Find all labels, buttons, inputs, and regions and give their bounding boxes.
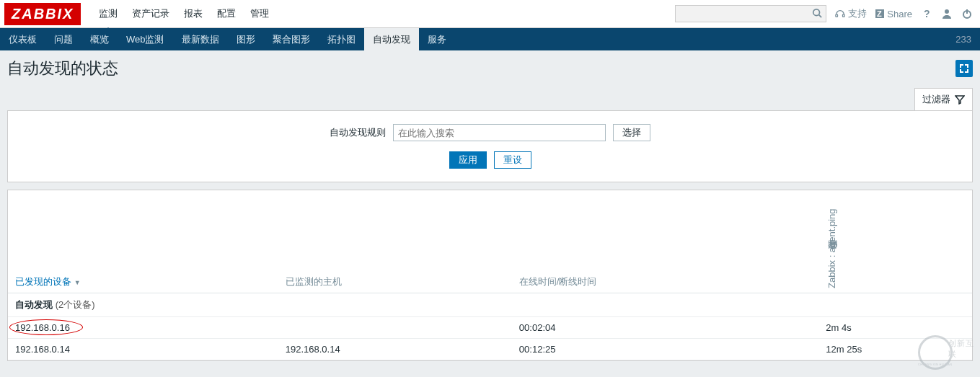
nav-monitoring[interactable]: 监测 (92, 0, 125, 27)
select-button[interactable]: 选择 (613, 124, 650, 141)
th-discovered[interactable]: 已发现的设备 ▼ (8, 190, 278, 293)
filter-toggle-label: 过滤器 (922, 93, 950, 106)
th-service-label: Zabbix 客户端: agent.ping (826, 195, 839, 288)
svg-point-7 (945, 9, 949, 14)
row-time: 00:02:04 (512, 317, 818, 339)
nav-reports[interactable]: 报表 (177, 0, 210, 27)
filter-rule-row: 自动发现规则 选择 (330, 124, 650, 141)
row-ip[interactable]: 192.168.0.16 (15, 322, 70, 333)
svg-text:?: ? (924, 8, 930, 19)
row-service: 12m 25s (818, 339, 972, 360)
reset-button[interactable]: 重设 (494, 151, 531, 169)
subnav-dashboard[interactable]: 仪表板 (0, 28, 45, 50)
table-header-row: 已发现的设备 ▼ 已监测的主机 在线时间/断线时间 Zabbix 客户端: ag… (8, 190, 972, 293)
fullscreen-button[interactable] (955, 60, 973, 77)
share-link[interactable]: Z Share (875, 9, 912, 19)
subnav-screens[interactable]: 聚合图形 (264, 28, 319, 50)
apply-button[interactable]: 应用 (449, 151, 487, 169)
logo[interactable]: ZABBIX (4, 3, 81, 25)
th-monitored: 已监测的主机 (278, 190, 512, 293)
user-icon[interactable] (941, 8, 953, 19)
group-count: (2个设备) (56, 299, 95, 310)
subnav-counter: 233 (947, 28, 980, 50)
top-nav-items: 监测 资产记录 报表 配置 管理 (92, 0, 675, 27)
table-row: 192.168.0.16 00:02:04 2m 4s (8, 317, 972, 339)
row-host (278, 317, 512, 339)
sort-desc-icon: ▼ (74, 279, 81, 286)
page-title: 自动发现的状态 (7, 58, 118, 79)
group-name: 自动发现 (15, 299, 53, 310)
subnav-services[interactable]: 服务 (419, 28, 455, 50)
filter-panel: 自动发现规则 选择 应用 重设 (7, 110, 973, 182)
nav-configuration[interactable]: 配置 (210, 0, 243, 27)
filter-rule-input[interactable] (393, 124, 606, 141)
filter-toggle[interactable]: 过滤器 (914, 88, 973, 110)
svg-text:Z: Z (877, 9, 882, 18)
table-row: 192.168.0.14 192.168.0.14 00:12:25 12m 2… (8, 339, 972, 360)
row-time: 00:12:25 (512, 339, 818, 360)
filter-icon (955, 94, 965, 105)
table-container: 已发现的设备 ▼ 已监测的主机 在线时间/断线时间 Zabbix 客户端: ag… (7, 190, 973, 361)
row-ip[interactable]: 192.168.0.14 (8, 339, 278, 360)
subnav-web[interactable]: Web监测 (118, 28, 173, 50)
logout-icon[interactable] (961, 8, 973, 19)
table-group-row: 自动发现 (2个设备) (8, 293, 972, 317)
top-right: 支持 Z Share ? (675, 5, 973, 22)
support-label: 支持 (848, 7, 867, 20)
sub-nav: 仪表板 问题 概览 Web监测 最新数据 图形 聚合图形 拓扑图 自动发现 服务… (0, 28, 980, 50)
nav-administration[interactable]: 管理 (243, 0, 276, 27)
subnav-problems[interactable]: 问题 (45, 28, 81, 50)
subnav-maps[interactable]: 拓扑图 (319, 28, 364, 50)
filter-toggle-bar: 过滤器 (0, 88, 980, 110)
page-header: 自动发现的状态 (0, 50, 980, 88)
support-link[interactable]: 支持 (835, 7, 867, 20)
search-box (675, 5, 826, 22)
subnav-discovery[interactable]: 自动发现 (364, 28, 419, 50)
th-service: Zabbix 客户端: agent.ping (818, 190, 972, 293)
svg-rect-2 (836, 14, 838, 17)
nav-inventory[interactable]: 资产记录 (125, 0, 177, 27)
top-nav: ZABBIX 监测 资产记录 报表 配置 管理 支持 Z Share ? (0, 0, 980, 28)
th-time: 在线时间/断线时间 (512, 190, 818, 293)
subnav-latestdata[interactable]: 最新数据 (173, 28, 228, 50)
filter-rule-label: 自动发现规则 (330, 126, 386, 139)
search-icon[interactable] (812, 8, 822, 20)
discovery-table: 已发现的设备 ▼ 已监测的主机 在线时间/断线时间 Zabbix 客户端: ag… (8, 190, 972, 360)
row-service: 2m 4s (818, 317, 972, 339)
share-label: Share (887, 9, 912, 19)
svg-line-1 (819, 15, 822, 18)
filter-buttons: 应用 重设 (8, 151, 972, 169)
help-icon[interactable]: ? (921, 8, 932, 19)
search-input[interactable] (675, 5, 826, 22)
row-host: 192.168.0.14 (278, 339, 512, 360)
subnav-graphs[interactable]: 图形 (228, 28, 264, 50)
svg-point-0 (813, 9, 820, 16)
svg-rect-3 (843, 14, 845, 17)
